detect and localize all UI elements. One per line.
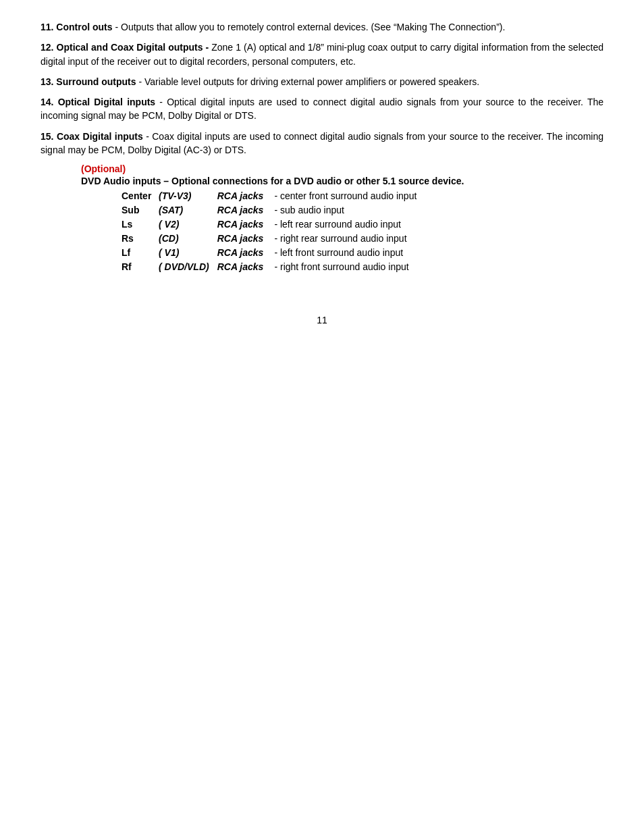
table-row: Center(TV-V3)RCA jacks- center front sur… [122,189,421,203]
jack-cell: RCA jacks [217,203,275,217]
jack-cell: RCA jacks [217,246,275,260]
table-row: Lf( V1)RCA jacks- left front surround au… [122,246,421,260]
source-cell: (CD) [159,232,217,246]
item11-bold: Control outs [56,22,112,32]
optional-label: (Optional) [81,163,603,174]
paragraph-15: 15. Coax Digital inputs - Coax digital i… [41,130,603,157]
paragraph-14: 14. Optical Digital inputs - Optical dig… [41,95,603,123]
dvd-audio-table: Center(TV-V3)RCA jacks- center front sur… [122,189,421,274]
dvd-audio-title-bold: DVD Audio inputs [81,176,161,186]
description-cell: - right front surround audio input [274,260,421,274]
source-cell: (TV-V3) [159,189,217,203]
description-cell: - left front surround audio input [274,246,421,260]
item15-number: 15. [41,131,57,142]
description-cell: - left rear surround audio input [274,217,421,232]
page-number: 11 [41,315,603,325]
table-row: Sub(SAT)RCA jacks- sub audio input [122,203,421,217]
dvd-audio-title: DVD Audio inputs – Optional connections … [81,176,603,186]
jack-cell: RCA jacks [217,260,275,274]
channel-cell: Rf [122,260,159,274]
table-row: Ls( V2)RCA jacks- left rear surround aud… [122,217,421,232]
paragraph-12: 12. Optical and Coax Digital outputs - Z… [41,41,603,68]
description-cell: - sub audio input [274,203,421,217]
source-cell: ( DVD/VLD) [159,260,217,274]
source-cell: (SAT) [159,203,217,217]
paragraph-13: 13. Surround outputs - Variable level ou… [41,75,603,88]
description-cell: - right rear surround audio input [274,232,421,246]
item11-number: 11. [41,22,56,32]
item15-bold: Coax Digital inputs [57,131,143,142]
channel-cell: Ls [122,217,159,232]
item12-number: 12. [41,42,57,53]
item13-rest: - Variable level outputs for driving ext… [136,76,480,87]
dvd-audio-title-rest: – Optional connections for a DVD audio o… [161,176,464,186]
item13-bold: Surround outputs [56,76,136,87]
table-row: Rs(CD)RCA jacks- right rear surround aud… [122,232,421,246]
channel-cell: Sub [122,203,159,217]
jack-cell: RCA jacks [217,217,275,232]
item11-rest: - Outputs that allow you to remotely con… [113,22,506,32]
source-cell: ( V2) [159,217,217,232]
dvd-audio-section: DVD Audio inputs – Optional connections … [41,176,603,274]
item13-number: 13. [41,76,56,87]
description-cell: - center front surround audio input [274,189,421,203]
table-row: Rf( DVD/VLD)RCA jacks- right front surro… [122,260,421,274]
item14-number: 14. [41,97,58,107]
page-content: 11. Control outs - Outputs that allow yo… [41,20,603,325]
jack-cell: RCA jacks [217,232,275,246]
item14-bold: Optical Digital inputs [58,97,156,107]
paragraph-11: 11. Control outs - Outputs that allow yo… [41,20,603,34]
channel-cell: Lf [122,246,159,260]
channel-cell: Center [122,189,159,203]
channel-cell: Rs [122,232,159,246]
source-cell: ( V1) [159,246,217,260]
item12-bold: Optical and Coax Digital outputs - [57,42,209,53]
jack-cell: RCA jacks [217,189,275,203]
